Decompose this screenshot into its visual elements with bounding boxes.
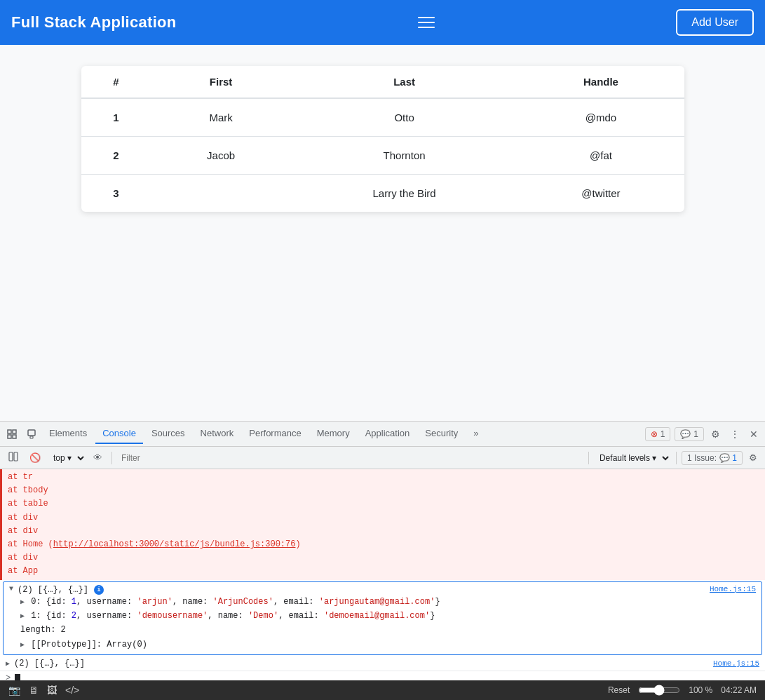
add-user-button[interactable]: Add User: [676, 9, 754, 36]
err-line-3: at table: [8, 497, 759, 511]
users-table-container: # First Last Handle 1 Mark Otto @mdo 2 J…: [81, 66, 684, 212]
cell-handle-0: @mdo: [517, 98, 684, 137]
svg-rect-1: [8, 435, 11, 438]
err-line-6: at Home (http://localhost:3000/static/js…: [8, 538, 759, 551]
error-count: 1: [661, 429, 665, 439]
log-source-1[interactable]: Home.js:15: [710, 585, 756, 593]
log2-arrow[interactable]: ▶: [6, 659, 10, 668]
devtools-close-button[interactable]: ✕: [745, 426, 762, 443]
svg-rect-3: [13, 435, 16, 438]
table-row: 1 Mark Otto @mdo: [81, 98, 684, 137]
log-header-1: ▼ (2) [{…}, {…}] i: [9, 585, 756, 595]
col-header-last: Last: [291, 66, 518, 98]
log2-source[interactable]: Home.js:15: [713, 659, 759, 668]
zoom-slider[interactable]: [638, 685, 680, 696]
svg-rect-7: [14, 452, 18, 461]
eye-icon-button[interactable]: 👁: [89, 450, 107, 465]
tab-more[interactable]: »: [466, 424, 485, 444]
tab-elements[interactable]: Elements: [42, 424, 94, 444]
cell-id-0: 1: [81, 98, 151, 137]
console-filter-input[interactable]: [117, 452, 583, 464]
clear-console-button[interactable]: 🚫: [25, 450, 45, 465]
status-right: Reset 100 % 04:22 AM: [608, 685, 757, 696]
toggler-line-2: [418, 22, 435, 23]
devtools-more-button[interactable]: ⋮: [726, 426, 744, 443]
devtools-device-icon[interactable]: [22, 426, 41, 442]
log-proto-arrow[interactable]: ▶: [20, 641, 25, 649]
sidebar-toggle-button[interactable]: [4, 450, 22, 466]
toolbar-separator-3: [676, 452, 677, 464]
tab-network[interactable]: Network: [194, 424, 241, 444]
main-content: # First Last Handle 1 Mark Otto @mdo 2 J…: [0, 45, 765, 233]
status-bar: 📷 🖥 🖼 </> Reset 100 % 04:22 AM: [0, 680, 765, 700]
log-item-0[interactable]: ▶ 0: {id: 1, username: 'arjun', name: 'A…: [9, 595, 756, 609]
message-icon: 💬: [680, 429, 691, 439]
log-count-1: (2) [{…}, {…}]: [18, 585, 88, 595]
table-row: 2 Jacob Thornton @fat: [81, 137, 684, 175]
console-input-line: >: [0, 671, 765, 680]
toolbar-separator-2: [588, 452, 589, 464]
error-badge-button[interactable]: ⊗ 1: [645, 427, 671, 441]
code-icon[interactable]: </>: [65, 685, 79, 696]
tab-performance[interactable]: Performance: [242, 424, 308, 444]
svg-rect-5: [30, 436, 33, 438]
table-header-row: # First Last Handle: [81, 66, 684, 98]
reset-button[interactable]: Reset: [608, 685, 630, 695]
svg-rect-4: [28, 430, 35, 436]
issue-badge-button[interactable]: 1 Issue: 💬 1: [682, 451, 743, 465]
tab-memory[interactable]: Memory: [310, 424, 357, 444]
log-item-1[interactable]: ▶ 1: {id: 2, username: 'demousername', n…: [9, 609, 756, 623]
err-line-1: at tr: [8, 471, 759, 484]
cell-last-1: Thornton: [291, 137, 518, 175]
col-header-handle: Handle: [517, 66, 684, 98]
svg-rect-0: [8, 430, 11, 433]
col-header-id: #: [81, 66, 151, 98]
devtools-panel: Elements Console Sources Network Perform…: [0, 421, 765, 680]
tab-application[interactable]: Application: [358, 424, 417, 444]
cell-last-0: Otto: [291, 98, 518, 137]
svg-rect-2: [13, 430, 16, 433]
devtools-settings-button[interactable]: ⚙: [707, 426, 724, 443]
navbar-toggler[interactable]: [411, 13, 442, 32]
table-row: 3 Larry the Bird @twitter: [81, 175, 684, 213]
message-badge-button[interactable]: 💬 1: [675, 427, 704, 441]
devtools-inspect-icon[interactable]: [3, 426, 21, 442]
users-table: # First Last Handle 1 Mark Otto @mdo 2 J…: [81, 66, 684, 212]
cell-first-2: [151, 175, 291, 213]
issue-label: 1 Issue:: [687, 453, 717, 463]
cell-handle-1: @fat: [517, 137, 684, 175]
tab-security[interactable]: Security: [418, 424, 465, 444]
log-info-icon-1: i: [94, 585, 104, 595]
log-item-1-arrow[interactable]: ▶: [20, 612, 25, 620]
error-icon: ⊗: [651, 429, 658, 439]
toolbar-separator: [111, 452, 112, 464]
toggler-line-1: [418, 17, 435, 18]
message-count: 1: [693, 429, 698, 439]
cell-first-0: Mark: [151, 98, 291, 137]
context-selector[interactable]: top ▾: [48, 451, 86, 465]
bundle-link[interactable]: http://localhost:3000/static/js/bundle.j…: [53, 539, 296, 549]
col-header-first: First: [151, 66, 291, 98]
log-arrow-1[interactable]: ▼: [9, 585, 13, 593]
camera-icon[interactable]: 📷: [8, 685, 20, 696]
app-title: Full Stack Application: [11, 13, 177, 32]
zoom-level: 100 %: [689, 685, 712, 695]
console-output: at tr at tbody at table at div at div at…: [0, 469, 765, 680]
issue-icon: 💬 1: [719, 453, 737, 463]
toggler-line-3: [418, 27, 435, 28]
tab-sources[interactable]: Sources: [144, 424, 192, 444]
err-line-7: at div: [8, 551, 759, 565]
console-settings-button[interactable]: ⚙: [745, 450, 761, 465]
console-log-block-2: ▶ (2) [{…}, {…}] Home.js:15: [0, 657, 765, 671]
log-levels-selector[interactable]: Default levels ▾: [594, 451, 671, 465]
status-left: 📷 🖥 🖼 </>: [8, 685, 79, 696]
cell-handle-2: @twitter: [517, 175, 684, 213]
desktop-icon[interactable]: 🖥: [29, 685, 39, 696]
image-icon[interactable]: 🖼: [47, 685, 57, 696]
svg-rect-6: [9, 452, 13, 461]
log-item-0-arrow[interactable]: ▶: [20, 598, 25, 606]
time-display: 04:22 AM: [721, 685, 757, 695]
tab-console[interactable]: Console: [95, 424, 143, 444]
console-caret: [15, 674, 20, 680]
log-proto[interactable]: ▶ [[Prototype]]: Array(0): [9, 638, 756, 652]
